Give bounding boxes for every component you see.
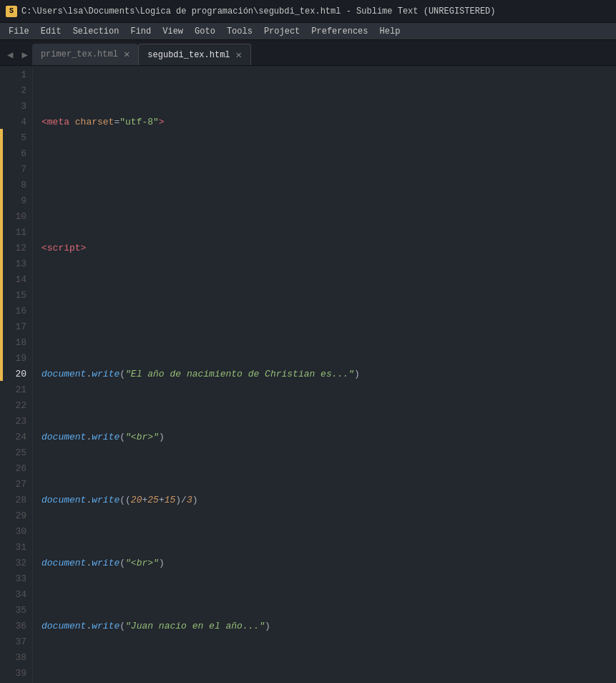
line-num-28: 28 (3, 493, 26, 508)
line-num-8: 8 (3, 178, 26, 193)
token: ) (265, 619, 270, 634)
line-num-5: 5 (3, 130, 26, 146)
line-num-33: 33 (3, 571, 26, 587)
tab-next-btn[interactable]: ▶ (17, 46, 31, 64)
line-num-10: 10 (3, 209, 26, 225)
line-num-26: 26 (3, 461, 26, 477)
token: write (92, 493, 119, 508)
menu-project[interactable]: Project (258, 25, 305, 38)
line-num-35: 35 (3, 603, 26, 619)
line-num-22: 22 (3, 398, 26, 414)
tab-primer-close[interactable]: ✕ (124, 49, 129, 59)
line-num-13: 13 (3, 256, 26, 272)
line-num-1: 1 (3, 67, 26, 83)
token: write (92, 556, 119, 571)
token: . (86, 619, 92, 634)
code-editor[interactable]: <meta charset="utf-8"> <script> document… (33, 66, 616, 683)
line-num-16: 16 (3, 304, 26, 319)
tab-segubdi-close[interactable]: ✕ (236, 50, 242, 60)
token: (( (119, 493, 131, 508)
menu-selection[interactable]: Selection (67, 25, 125, 38)
line-num-15: 15 (3, 288, 26, 304)
token: document (41, 367, 86, 382)
token: ) (192, 493, 198, 508)
code-line-4 (41, 304, 616, 319)
line-num-14: 14 (3, 272, 26, 288)
line-num-24: 24 (3, 430, 26, 445)
token: document (41, 619, 86, 634)
line-num-36: 36 (3, 619, 26, 634)
line-num-3: 3 (3, 99, 26, 115)
line-num-25: 25 (3, 445, 26, 461)
code-line-6: document.write("<br>") (41, 430, 616, 445)
line-num-20: 20 (3, 367, 26, 382)
token: ) (159, 430, 165, 445)
tab-segubdi-label: segubdi_tex.html (147, 50, 230, 60)
tab-bar: ◀ ▶ primer_tex.html ✕ segubdi_tex.html ✕ (0, 40, 616, 66)
menu-goto[interactable]: Goto (189, 25, 221, 38)
line-num-9: 9 (3, 193, 26, 209)
token: + (142, 493, 147, 508)
token: 15 (165, 493, 176, 508)
line-num-32: 32 (3, 556, 26, 571)
token: . (86, 430, 92, 445)
line-num-12: 12 (3, 241, 26, 256)
line-num-6: 6 (3, 146, 26, 162)
token: "utf-8" (119, 115, 159, 130)
token: ( (119, 430, 125, 445)
token: <meta (41, 115, 75, 130)
token: . (86, 367, 92, 382)
token: write (92, 619, 119, 634)
token: = (114, 115, 119, 130)
line-num-31: 31 (3, 540, 26, 556)
tab-primer[interactable]: primer_tex.html ✕ (32, 44, 138, 65)
code-line-7: document.write((20+25+15)/3) (41, 493, 616, 508)
code-line-8: document.write("<br>") (41, 556, 616, 571)
token: charset (75, 115, 114, 130)
line-num-4: 4 (3, 115, 26, 130)
token: 20 (131, 493, 142, 508)
token: document (41, 556, 86, 571)
token: + (159, 493, 165, 508)
code-line-1: <meta charset="utf-8"> (41, 115, 616, 130)
line-numbers: 1 2 3 4 5 6 7 8 9 10 11 12 13 14 15 16 1… (3, 66, 33, 683)
menu-bar: File Edit Selection Find View Goto Tools… (0, 23, 616, 40)
token: <script> (41, 241, 86, 256)
token: > (159, 115, 165, 130)
token: ) (159, 556, 165, 571)
menu-find[interactable]: Find (124, 25, 157, 38)
menu-view[interactable]: View (157, 25, 189, 38)
line-num-17: 17 (3, 319, 26, 335)
code-line-3: <script> (41, 241, 616, 256)
code-line-9: document.write("Juan nacio en el año..."… (41, 619, 616, 634)
token: document (41, 430, 86, 445)
line-num-29: 29 (3, 508, 26, 524)
editor: 1 2 3 4 5 6 7 8 9 10 11 12 13 14 15 16 1… (0, 66, 616, 683)
app-icon: S (6, 6, 17, 17)
menu-help[interactable]: Help (374, 25, 406, 38)
token: ( (119, 619, 125, 634)
token: . (86, 493, 92, 508)
menu-tools[interactable]: Tools (221, 25, 258, 38)
token: . (86, 556, 92, 571)
code-line-5: document.write("El año de nacimiento de … (41, 367, 616, 382)
line-num-27: 27 (3, 477, 26, 493)
window-title: C:\Users\lsa\Documents\Logica de program… (21, 6, 610, 16)
tab-primer-label: primer_tex.html (41, 49, 118, 59)
token: ( (119, 367, 125, 382)
token: write (92, 367, 119, 382)
menu-file[interactable]: File (3, 25, 35, 38)
line-num-2: 2 (3, 83, 26, 99)
token: "Juan nacio en el año..." (125, 619, 265, 634)
tab-segubdi[interactable]: segubdi_tex.html ✕ (138, 44, 251, 65)
line-num-38: 38 (3, 650, 26, 666)
line-num-23: 23 (3, 414, 26, 430)
line-num-37: 37 (3, 634, 26, 650)
title-bar: S C:\Users\lsa\Documents\Logica de progr… (0, 0, 616, 23)
menu-edit[interactable]: Edit (35, 25, 67, 38)
menu-preferences[interactable]: Preferences (305, 25, 373, 38)
tab-prev-btn[interactable]: ◀ (3, 46, 17, 64)
line-num-21: 21 (3, 382, 26, 398)
line-num-19: 19 (3, 351, 26, 367)
token: "El año de nacimiento de Christian es...… (125, 367, 354, 382)
